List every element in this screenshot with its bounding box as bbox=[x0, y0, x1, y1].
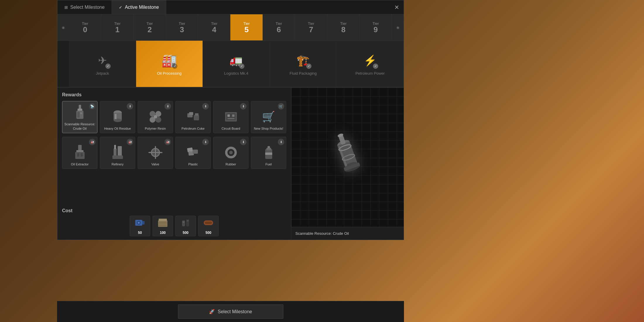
circuit-board-badge: ⬇ bbox=[240, 103, 246, 109]
tab-select-milestone[interactable]: ⊞ Select Milestone bbox=[57, 0, 112, 14]
heavy-oil-name: Heavy Oil Residue bbox=[104, 126, 131, 131]
svg-rect-8 bbox=[115, 114, 117, 119]
close-button[interactable]: ✕ bbox=[390, 0, 404, 14]
cost-items: 50 100 500 bbox=[62, 216, 286, 236]
svg-rect-43 bbox=[268, 146, 270, 148]
valve-badge: 🏭 bbox=[165, 139, 171, 145]
select-milestone-button[interactable]: 🚀 Select Milestone bbox=[178, 304, 283, 319]
svg-rect-35 bbox=[155, 146, 156, 159]
new-shop-badge: 🛒 bbox=[278, 103, 284, 109]
tier-1[interactable]: Tier 1 bbox=[101, 14, 133, 40]
select-milestone-btn-label: Select Milestone bbox=[218, 309, 252, 314]
reward-heavy-oil[interactable]: ⬇ Heavy Oil Residue bbox=[100, 101, 135, 133]
reward-crude-oil[interactable]: 📡 Scannable Resource: Crude Oil bbox=[62, 101, 97, 133]
crude-oil-icon bbox=[72, 105, 88, 120]
select-milestone-tab-label: Select Milestone bbox=[70, 5, 105, 10]
cost-motors[interactable]: 50 bbox=[130, 216, 150, 236]
polymer-resin-icon bbox=[148, 109, 163, 125]
oil-extractor-icon bbox=[72, 145, 88, 160]
fuel-badge: ⬇ bbox=[278, 139, 284, 145]
reward-fuel[interactable]: ⬇ Fuel bbox=[251, 137, 286, 169]
reward-petroleum-coke[interactable]: ⬇ Petroleum Coke bbox=[175, 101, 211, 133]
heavy-oil-icon bbox=[110, 109, 126, 125]
milestone-oil-processing[interactable]: 🏭 ✓ Oil Processing bbox=[136, 41, 203, 87]
reward-circuit-board[interactable]: ⬇ Circuit Board bbox=[213, 101, 249, 133]
svg-rect-31 bbox=[114, 145, 116, 149]
valve-name: Valve bbox=[151, 162, 159, 166]
tier-2[interactable]: Tier 2 bbox=[134, 14, 166, 40]
oil-extractor-badge: 🏭 bbox=[89, 139, 95, 145]
cost-pipes[interactable]: 500 bbox=[198, 216, 219, 236]
svg-rect-16 bbox=[194, 115, 199, 120]
svg-rect-21 bbox=[232, 114, 234, 117]
svg-rect-4 bbox=[80, 112, 82, 114]
milestone-fluid-packaging[interactable]: 🏗️ ✓ Fluid Packaging bbox=[270, 41, 337, 87]
svg-rect-17 bbox=[195, 113, 198, 116]
svg-rect-59 bbox=[205, 222, 212, 224]
tier-6[interactable]: Tier 6 bbox=[263, 14, 295, 40]
circuit-board-name: Circuit Board bbox=[222, 126, 240, 131]
reward-refinery[interactable]: 🏭 Refinery bbox=[100, 137, 135, 169]
plastic-icon bbox=[185, 145, 201, 160]
tier-scroll-right[interactable]: ◉ bbox=[392, 14, 404, 40]
reward-new-shop[interactable]: 🛒 🛒 New Shop Products! bbox=[251, 101, 286, 133]
tier-9[interactable]: Tier 9 bbox=[360, 14, 392, 40]
svg-rect-44 bbox=[265, 153, 272, 155]
reward-rubber[interactable]: ⬇ Rubber bbox=[213, 137, 249, 169]
fuel-name: Fuel bbox=[266, 162, 272, 166]
svg-rect-23 bbox=[78, 145, 82, 151]
tier-4[interactable]: Tier 4 bbox=[198, 14, 230, 40]
motors-amount: 50 bbox=[138, 231, 142, 235]
svg-rect-15 bbox=[189, 112, 193, 115]
svg-point-7 bbox=[114, 119, 122, 122]
petroleum-coke-badge: ⬇ bbox=[202, 103, 209, 109]
refinery-icon bbox=[110, 145, 126, 160]
new-shop-icon: 🛒 bbox=[261, 109, 277, 125]
reward-oil-extractor[interactable]: 🏭 Oil Extractor bbox=[62, 137, 97, 169]
tab-active-milestone[interactable]: ✓ Active Milestone bbox=[112, 0, 166, 14]
tier-3[interactable]: Tier 3 bbox=[166, 14, 198, 40]
fluid-packaging-check: ✓ bbox=[306, 64, 311, 69]
plastic-name: Plastic bbox=[188, 162, 198, 166]
milestone-jetpack[interactable]: ✈ ✓ Jetpack bbox=[69, 41, 136, 87]
tier-scroll-left[interactable]: ◉ bbox=[57, 14, 69, 40]
oil-processing-label: Oil Processing bbox=[157, 71, 181, 76]
tier-0[interactable]: Tier 0 bbox=[69, 14, 101, 40]
circuit-board-icon bbox=[223, 109, 239, 125]
svg-rect-19 bbox=[226, 113, 236, 120]
tier-5[interactable]: Tier 5 bbox=[230, 14, 263, 40]
cost-concrete[interactable]: 100 bbox=[153, 216, 173, 236]
rewards-row2: 🏭 Oil Extractor 🏭 Refinery bbox=[62, 137, 286, 169]
crude-oil-name: Scannable Resource: Crude Oil bbox=[64, 122, 96, 131]
svg-rect-0 bbox=[79, 105, 81, 109]
rewards-title: Rewards bbox=[62, 92, 286, 97]
fuel-icon bbox=[261, 145, 277, 160]
oil-processing-icon: 🏭 ✓ bbox=[160, 52, 178, 69]
petroleum-power-check: ✓ bbox=[373, 64, 378, 69]
jetpack-check: ✓ bbox=[105, 64, 111, 69]
grid-icon: ⊞ bbox=[64, 5, 68, 10]
cost-cables[interactable]: 500 bbox=[175, 216, 196, 236]
reward-polymer-resin[interactable]: ⬇ Polymer Resin bbox=[138, 101, 173, 133]
logistics-icon: 🚛 ✓ bbox=[227, 52, 245, 69]
reward-plastic[interactable]: ⬇ Plastic bbox=[175, 137, 211, 169]
reward-valve[interactable]: 🏭 Valve bbox=[138, 137, 173, 169]
petroleum-power-label: Petroleum Power bbox=[355, 71, 385, 76]
cables-icon bbox=[180, 217, 191, 230]
logistics-check: ✓ bbox=[239, 64, 244, 69]
cost-section: Cost 50 100 bbox=[57, 206, 291, 240]
main-content-area: Rewards 📡 Scannable Resource: Crude Oil … bbox=[57, 88, 404, 240]
tier-8[interactable]: Tier 8 bbox=[327, 14, 359, 40]
preview-3d-area bbox=[291, 88, 404, 227]
tier-bar: ◉ Tier 0 Tier 1 Tier 2 Tier 3 Tier 4 Tie… bbox=[57, 14, 404, 41]
svg-rect-30 bbox=[112, 155, 123, 159]
milestone-logistics-mk4[interactable]: 🚛 ✓ Logistics Mk.4 bbox=[203, 41, 270, 87]
petroleum-coke-icon bbox=[185, 109, 201, 125]
tier-7[interactable]: Tier 7 bbox=[295, 14, 327, 40]
svg-rect-3 bbox=[77, 112, 80, 118]
milestone-petroleum-power[interactable]: ⚡ ✓ Petroleum Power bbox=[337, 41, 404, 87]
svg-rect-48 bbox=[142, 221, 145, 225]
rewards-panel: Rewards 📡 Scannable Resource: Crude Oil … bbox=[57, 88, 291, 206]
jetpack-label: Jetpack bbox=[96, 71, 109, 76]
concrete-amount: 100 bbox=[160, 231, 166, 235]
